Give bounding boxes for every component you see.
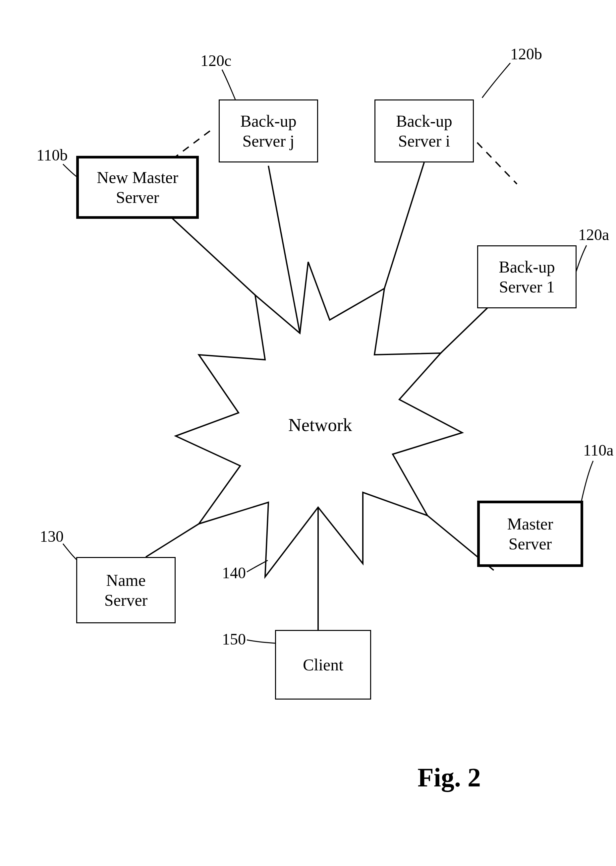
connector-name-server: [146, 524, 199, 557]
connector-backup-j: [269, 166, 300, 333]
leader-120b: [482, 63, 510, 98]
node-backup-server-1: Back-up Server 1: [477, 246, 577, 309]
node-name-server: Name Server: [76, 557, 176, 623]
dash-right: [477, 143, 517, 184]
node-master-server: Master Server: [477, 501, 583, 567]
node-label-line1: Back-up: [499, 258, 555, 276]
node-label-line2: Server: [509, 534, 552, 553]
diagram-canvas: Network New Master Server Back-up Server…: [0, 0, 616, 866]
node-label-line2: Server: [104, 591, 148, 609]
ref-110a: 110a: [583, 441, 614, 459]
connector-backup-i: [384, 162, 424, 288]
ref-150: 150: [222, 630, 246, 648]
node-label-line1: Back-up: [396, 112, 452, 130]
ref-120a: 120a: [578, 225, 609, 244]
leader-150: [247, 640, 275, 643]
node-backup-server-i: Back-up Server i: [374, 99, 474, 162]
leader-120a: [575, 246, 586, 275]
node-client: Client: [275, 630, 371, 699]
node-label-line2: Server 1: [499, 277, 555, 296]
node-backup-server-j: Back-up Server j: [219, 99, 318, 162]
leader-120c: [222, 69, 235, 99]
network-label: Network: [288, 414, 352, 435]
connector-backup-1: [441, 305, 490, 353]
node-label-line2: Server j: [242, 132, 295, 150]
node-label-line1: Client: [303, 655, 343, 674]
figure-caption: Fig. 2: [418, 762, 481, 793]
ref-140: 140: [222, 564, 246, 582]
node-label-line2: Server i: [398, 132, 450, 150]
leader-110a: [581, 461, 593, 501]
node-label-line1: Name: [106, 571, 146, 589]
node-new-master-server: New Master Server: [76, 156, 199, 219]
dash-left: [172, 129, 212, 159]
ref-130: 130: [40, 527, 64, 545]
node-label-line1: Master: [507, 515, 553, 533]
ref-110b: 110b: [36, 146, 68, 164]
node-label-line1: Back-up: [240, 112, 296, 130]
node-label-line1: New Master: [97, 168, 178, 187]
ref-120b: 120b: [510, 45, 542, 63]
connector-new-master: [166, 212, 255, 295]
leader-140: [247, 560, 268, 572]
node-label-line2: Server: [116, 188, 159, 206]
ref-120c: 120c: [201, 51, 231, 69]
